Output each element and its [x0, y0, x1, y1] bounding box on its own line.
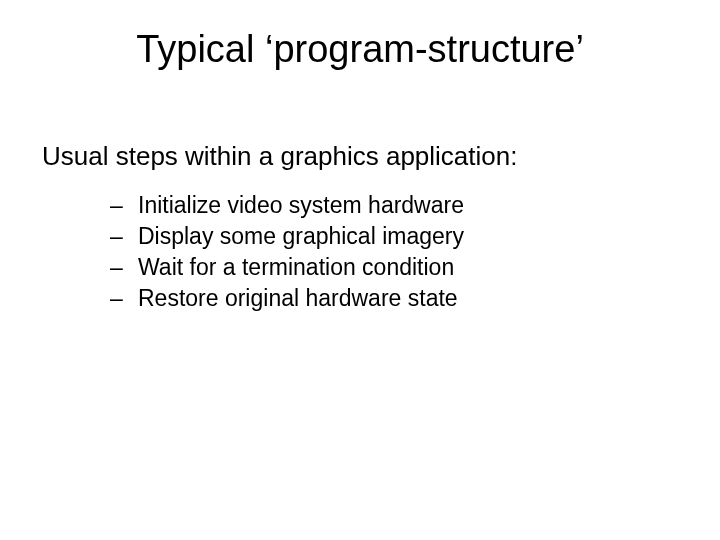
list-item: – Display some graphical imagery [110, 221, 680, 252]
bullet-text: Initialize video system hardware [138, 190, 464, 221]
bullet-text: Display some graphical imagery [138, 221, 464, 252]
dash-icon: – [110, 190, 124, 221]
dash-icon: – [110, 252, 124, 283]
list-item: – Wait for a termination condition [110, 252, 680, 283]
list-item: – Initialize video system hardware [110, 190, 680, 221]
slide-title: Typical ‘program-structure’ [40, 28, 680, 71]
bullet-list: – Initialize video system hardware – Dis… [110, 190, 680, 314]
slide-container: Typical ‘program-structure’ Usual steps … [0, 0, 720, 540]
list-item: – Restore original hardware state [110, 283, 680, 314]
slide-subtitle: Usual steps within a graphics applicatio… [42, 141, 680, 172]
bullet-text: Wait for a termination condition [138, 252, 454, 283]
bullet-text: Restore original hardware state [138, 283, 458, 314]
dash-icon: – [110, 283, 124, 314]
dash-icon: – [110, 221, 124, 252]
